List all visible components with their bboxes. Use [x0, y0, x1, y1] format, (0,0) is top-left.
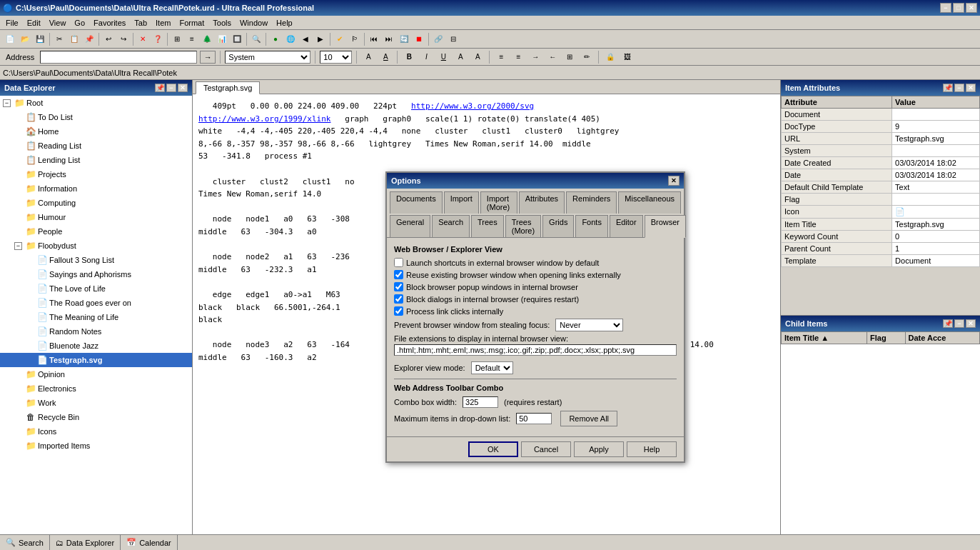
- sidebar-item-testgraph[interactable]: 📄Testgraph.svg: [0, 353, 192, 367]
- checkmark-btn[interactable]: ✔: [333, 32, 347, 46]
- tab-trees-more[interactable]: Trees (More): [505, 215, 541, 237]
- menu-view[interactable]: View: [45, 17, 71, 29]
- cb-process-link[interactable]: [394, 306, 403, 316]
- ok-button[interactable]: OK: [468, 441, 518, 457]
- green-circle[interactable]: ●: [268, 32, 283, 46]
- tab-trees[interactable]: Trees: [471, 215, 504, 237]
- link2[interactable]: http://www.w3.org/1999/xlink: [198, 114, 330, 124]
- link-btn[interactable]: 🔗: [431, 32, 445, 46]
- edit2-btn[interactable]: ✏: [580, 50, 594, 64]
- copy-btn[interactable]: 📋: [67, 32, 81, 46]
- tab-miscellaneous[interactable]: Miscellaneous: [618, 191, 681, 214]
- outdent-btn[interactable]: ←: [545, 50, 560, 64]
- cb-block-popup[interactable]: [394, 282, 403, 291]
- combo-width-input[interactable]: [463, 396, 498, 408]
- cb-block-dialogs[interactable]: [394, 294, 403, 304]
- explorer-mode-select[interactable]: Default Icons List Details: [471, 361, 513, 374]
- child-col-date[interactable]: Date Acce: [905, 331, 979, 344]
- img-btn[interactable]: 🖼: [620, 50, 635, 64]
- sidebar-minimize-btn[interactable]: −: [166, 84, 176, 92]
- child-close-btn[interactable]: ✕: [966, 319, 976, 328]
- help-dialog-button[interactable]: Help: [627, 441, 677, 457]
- list-btn[interactable]: ≡: [185, 32, 199, 46]
- close-button[interactable]: ✕: [966, 3, 977, 13]
- sidebar-item-reading[interactable]: 📋Reading List: [0, 139, 192, 153]
- font-color-btn[interactable]: A: [361, 50, 375, 64]
- status-search[interactable]: 🔍 Search: [0, 535, 50, 550]
- menu-help[interactable]: Help: [272, 17, 297, 29]
- icon-btn2[interactable]: 🔲: [230, 32, 244, 46]
- redo-btn[interactable]: ↪: [116, 32, 131, 46]
- sidebar-item-recycle[interactable]: 🗑Recycle Bin: [0, 410, 192, 424]
- sidebar-item-love[interactable]: 📄The Love of Life: [0, 281, 192, 296]
- address-input[interactable]: [40, 51, 197, 64]
- list2-btn[interactable]: ≡: [511, 50, 525, 64]
- align2-btn[interactable]: A: [470, 50, 485, 64]
- tab-testgraph[interactable]: Testgraph.svg: [196, 81, 260, 94]
- remove-all-button[interactable]: Remove All: [560, 411, 617, 426]
- sidebar-item-sayings[interactable]: 📄Sayings and Aphorisms: [0, 267, 192, 281]
- new-btn[interactable]: 📄: [3, 32, 17, 46]
- table-btn[interactable]: ⊞: [562, 50, 577, 64]
- tab-browser[interactable]: Browser: [645, 215, 686, 238]
- menu-tab[interactable]: Tab: [130, 17, 151, 29]
- sidebar-item-projects[interactable]: 📁Projects: [0, 167, 192, 181]
- menu-edit[interactable]: Edit: [23, 17, 45, 29]
- flag-btn[interactable]: 🏳: [348, 32, 362, 46]
- lock-btn[interactable]: 🔒: [603, 50, 617, 64]
- sidebar-item-opinion[interactable]: 📁Opinion: [0, 367, 192, 381]
- dialog-close-button[interactable]: ✕: [668, 176, 680, 186]
- child-col-title[interactable]: Item Title ▲: [782, 331, 867, 344]
- sidebar-item-icons[interactable]: 📁Icons: [0, 424, 192, 439]
- highlight-btn[interactable]: A: [378, 50, 393, 64]
- cb-reuse-browser[interactable]: [394, 270, 403, 279]
- sidebar-item-people[interactable]: 📁People: [0, 224, 192, 239]
- detail-btn[interactable]: 📊: [215, 32, 229, 46]
- child-col-flag[interactable]: Flag: [867, 331, 905, 344]
- cancel-button[interactable]: Cancel: [521, 441, 571, 457]
- cb-launch-external[interactable]: [394, 258, 403, 267]
- refresh-btn[interactable]: 🔄: [397, 32, 411, 46]
- attr-minimize-btn[interactable]: −: [954, 84, 964, 92]
- apply-button[interactable]: Apply: [574, 441, 624, 457]
- tab-documents[interactable]: Documents: [390, 191, 443, 214]
- tab-editor[interactable]: Editor: [610, 215, 643, 237]
- sidebar-item-root[interactable]: −📁Root: [0, 96, 192, 110]
- sidebar-item-todo[interactable]: 📋To Do List: [0, 110, 192, 124]
- menu-file[interactable]: File: [1, 17, 23, 29]
- sidebar-item-imported[interactable]: 📁Imported Items: [0, 439, 192, 453]
- sidebar-item-humour[interactable]: 📁Humour: [0, 210, 192, 224]
- sidebar-item-bluenote[interactable]: 📄Bluenote Jazz: [0, 339, 192, 353]
- attr-pin-btn[interactable]: 📌: [943, 84, 953, 92]
- save-btn[interactable]: 💾: [33, 32, 47, 46]
- tab-fonts[interactable]: Fonts: [575, 215, 608, 237]
- bold-btn[interactable]: B: [402, 50, 416, 64]
- sidebar-item-meaning[interactable]: 📄The Meaning of Life: [0, 310, 192, 324]
- status-data-explorer[interactable]: 🗂 Data Explorer: [50, 535, 121, 550]
- open-btn[interactable]: 📂: [18, 32, 32, 46]
- file-ext-input[interactable]: [394, 344, 677, 356]
- tab-general[interactable]: General: [390, 215, 430, 237]
- sidebar-item-work[interactable]: 📁Work: [0, 396, 192, 410]
- link1[interactable]: http://www.w3.org/2000/svg: [411, 101, 534, 111]
- underline-btn[interactable]: U: [436, 50, 450, 64]
- sidebar-item-home[interactable]: 🏠Home: [0, 124, 192, 139]
- grid-btn[interactable]: ⊞: [170, 32, 184, 46]
- cut-btn[interactable]: ✂: [52, 32, 66, 46]
- tab-attributes[interactable]: Attributes: [519, 191, 565, 214]
- child-pin-btn[interactable]: 📌: [943, 319, 953, 328]
- paste-btn[interactable]: 📌: [82, 32, 96, 46]
- menu-go[interactable]: Go: [70, 17, 89, 29]
- tab-import[interactable]: Import: [444, 191, 479, 214]
- system-select[interactable]: System: [225, 51, 310, 64]
- font-size-select[interactable]: 10: [320, 51, 352, 64]
- status-calendar[interactable]: 📅 Calendar: [121, 535, 178, 550]
- undo-btn[interactable]: ↩: [101, 32, 116, 46]
- restore-button[interactable]: □: [953, 3, 964, 13]
- expand-btn-root[interactable]: −: [3, 99, 11, 107]
- list1-btn[interactable]: ≡: [494, 50, 508, 64]
- minimize-button[interactable]: −: [940, 3, 951, 13]
- help-btn[interactable]: ❓: [151, 32, 165, 46]
- internet-btn[interactable]: 🌐: [283, 32, 298, 46]
- italic-btn[interactable]: I: [419, 50, 433, 64]
